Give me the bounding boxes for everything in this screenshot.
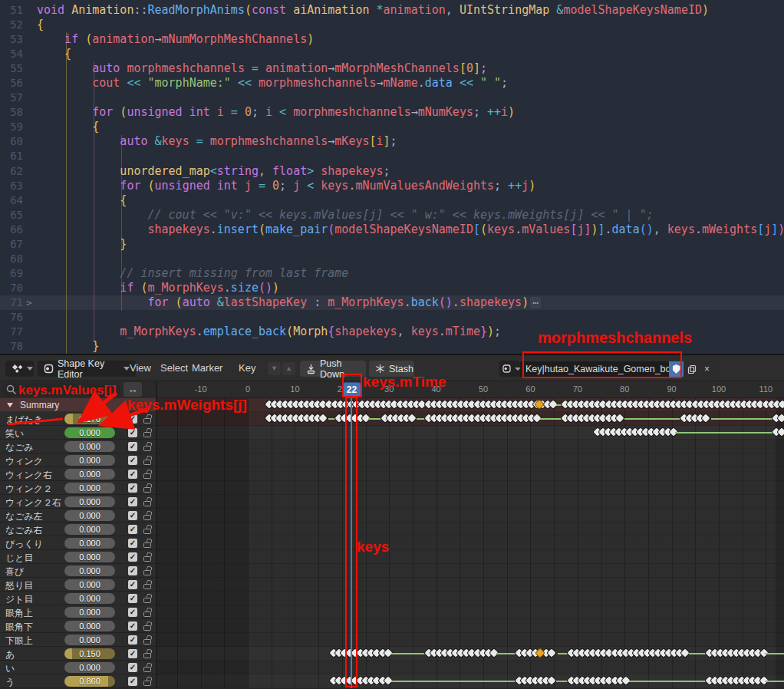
unlocked-lock-icon[interactable] [143, 681, 151, 686]
unlocked-lock-icon[interactable] [143, 639, 151, 644]
keyframe-row[interactable] [157, 536, 784, 550]
push-down-button[interactable]: Push Down [300, 361, 366, 377]
keyframe-row[interactable] [157, 523, 784, 536]
keyframe-row[interactable] [157, 578, 784, 592]
channel-enable-checkbox[interactable]: ✓ [128, 511, 137, 520]
unlocked-lock-icon[interactable] [143, 432, 151, 437]
channel-row[interactable]: 下眼上0.000✓ [0, 633, 156, 647]
unlocked-lock-icon[interactable] [143, 653, 151, 658]
value-slider[interactable]: 0.000 [64, 455, 115, 466]
channel-enable-checkbox[interactable]: ✓ [128, 552, 137, 562]
fold-chevron-icon[interactable]: > [26, 295, 32, 310]
keyframe-row[interactable] [157, 633, 784, 647]
unlink-button[interactable]: × [700, 361, 714, 377]
channel-row[interactable]: 笑い0.000✓ [0, 426, 156, 440]
unlocked-lock-icon[interactable] [143, 529, 151, 534]
unlocked-lock-icon[interactable] [143, 515, 151, 520]
channel-enable-checkbox[interactable]: ✓ [128, 414, 137, 424]
channel-row[interactable]: ウィンク２0.000✓ [0, 481, 156, 495]
channel-row[interactable]: なごみ右0.000✓ [0, 523, 156, 536]
value-slider[interactable]: 0.000 [64, 483, 115, 493]
channel-enable-checkbox[interactable]: ✓ [128, 442, 137, 451]
value-slider[interactable]: 0.150 [64, 648, 115, 659]
channel-enable-checkbox[interactable]: ✓ [128, 566, 137, 575]
channel-enable-checkbox[interactable]: ✓ [128, 483, 137, 493]
menu-view[interactable]: View [125, 355, 156, 381]
current-frame-indicator[interactable]: 22 [342, 382, 361, 397]
channel-row[interactable]: なごみ0.000✓ [0, 440, 156, 453]
unlocked-lock-icon[interactable] [143, 487, 151, 493]
value-slider[interactable]: 0.000 [64, 579, 115, 590]
value-slider[interactable]: 0.170 [64, 414, 115, 424]
unlocked-lock-icon[interactable] [143, 598, 151, 603]
value-slider[interactable]: 0.860 [64, 676, 115, 687]
keyframe-row[interactable] [157, 467, 784, 481]
menu-key[interactable]: Key [234, 355, 260, 381]
channel-row[interactable]: 喜び0.000✓ [0, 564, 156, 578]
channel-enable-checkbox[interactable]: ✓ [128, 525, 137, 534]
unlocked-lock-icon[interactable] [143, 542, 151, 548]
value-slider[interactable]: 0.000 [64, 441, 115, 452]
search-input[interactable] [2, 383, 120, 397]
keyframe-row[interactable] [157, 495, 784, 509]
channel-enable-checkbox[interactable]: ✓ [128, 677, 137, 686]
unlocked-lock-icon[interactable] [143, 556, 151, 562]
unlocked-lock-icon[interactable] [143, 501, 151, 506]
unlocked-lock-icon[interactable] [143, 570, 151, 575]
channel-row[interactable]: びっくり0.000✓ [0, 536, 156, 550]
value-slider[interactable]: 0.000 [64, 635, 115, 645]
menu-marker[interactable]: Marker [187, 355, 227, 381]
channel-enable-checkbox[interactable]: ✓ [128, 608, 137, 617]
channel-enable-checkbox[interactable]: ✓ [128, 456, 137, 465]
mode-dropdown[interactable]: Shape Key Editor [38, 361, 136, 377]
keyframe-row[interactable] [157, 453, 784, 467]
value-slider[interactable]: 0.000 [64, 662, 115, 673]
timeline-ruler[interactable]: -100102030405060708090100110 [157, 381, 784, 398]
stash-button[interactable]: Stash [369, 361, 414, 377]
unlocked-lock-icon[interactable] [143, 612, 151, 617]
channel-row[interactable]: あ0.150✓ [0, 647, 156, 661]
value-slider[interactable]: 0.000 [64, 593, 115, 604]
value-slider[interactable]: 0.000 [64, 552, 115, 562]
channel-row[interactable]: 眼角上0.000✓ [0, 605, 156, 619]
value-slider[interactable]: 0.000 [64, 510, 115, 521]
keyframe-canvas[interactable] [157, 398, 784, 688]
channel-row[interactable]: ウィンク右0.000✓ [0, 467, 156, 481]
keyframe-row[interactable] [157, 605, 784, 619]
id-browse-dropdown[interactable] [499, 361, 520, 377]
channel-row[interactable]: ウィンク２右0.000✓ [0, 495, 156, 509]
code-editor[interactable]: 51void Animation::ReadMorphAnims(const a… [0, 0, 784, 354]
expand-horizontal-button[interactable]: ↔ [124, 382, 142, 397]
unlocked-lock-icon[interactable] [143, 460, 151, 465]
channel-enable-checkbox[interactable]: ✓ [128, 539, 137, 548]
keyframe-row[interactable] [157, 592, 784, 605]
value-slider[interactable]: 0.000 [64, 496, 115, 507]
channel-enable-checkbox[interactable]: ✓ [128, 635, 137, 644]
channel-move-up-button[interactable]: ▲ [282, 362, 295, 375]
value-slider[interactable]: 0.000 [64, 469, 115, 480]
summary-channel-row[interactable]: Summary [0, 398, 156, 412]
channel-enable-checkbox[interactable]: ✓ [128, 580, 137, 589]
editor-type-button[interactable] [5, 361, 34, 377]
value-slider[interactable]: 0.000 [64, 524, 115, 535]
unlocked-lock-icon[interactable] [143, 446, 151, 451]
unlocked-lock-icon[interactable] [143, 418, 151, 424]
channel-row[interactable]: 怒り目0.000✓ [0, 578, 156, 592]
unlocked-lock-icon[interactable] [143, 667, 151, 672]
channel-row[interactable]: じと目0.000✓ [0, 550, 156, 564]
value-slider[interactable]: 0.000 [64, 538, 115, 549]
channel-enable-checkbox[interactable]: ✓ [128, 428, 137, 437]
channel-enable-checkbox[interactable]: ✓ [128, 663, 137, 672]
value-slider[interactable]: 0.000 [64, 607, 115, 618]
channel-row[interactable]: なごみ左0.000✓ [0, 509, 156, 523]
channel-move-down-button[interactable]: ▼ [268, 362, 281, 375]
keyframe-row[interactable] [157, 661, 784, 674]
channel-row[interactable]: い0.000✓ [0, 661, 156, 674]
unlocked-lock-icon[interactable] [143, 625, 151, 631]
keyframe-row[interactable] [157, 550, 784, 564]
id-name-field[interactable]: Key|hutao_Kawaikute_Gomen_bone [520, 361, 669, 377]
unlocked-lock-icon[interactable] [143, 473, 151, 479]
copy-button[interactable] [684, 361, 699, 377]
keyframe-row[interactable] [157, 619, 784, 633]
keyframe-row[interactable] [157, 564, 784, 578]
